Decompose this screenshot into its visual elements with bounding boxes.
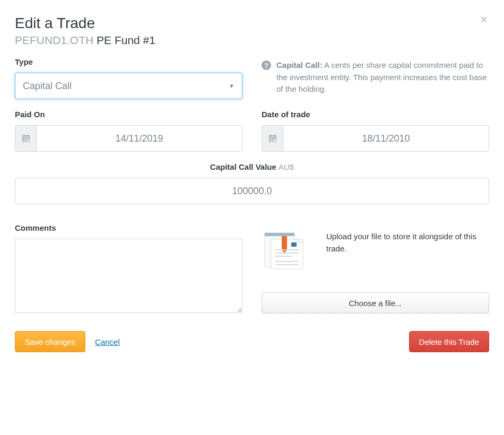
page-title: Edit a Trade	[15, 15, 489, 32]
svg-rect-6	[28, 138, 29, 140]
paid-on-label: Paid On	[15, 110, 242, 119]
comments-label: Comments	[15, 223, 242, 232]
comments-input[interactable]	[15, 239, 242, 313]
capital-call-value-input[interactable]	[15, 178, 489, 204]
svg-rect-17	[272, 140, 273, 141]
svg-rect-16	[270, 140, 271, 141]
trade-date-input[interactable]	[283, 125, 489, 152]
fund-symbol: PEFUND1.OTH	[15, 34, 93, 46]
svg-rect-15	[274, 138, 275, 140]
help-title: Capital Call:	[276, 60, 323, 69]
svg-rect-14	[272, 138, 273, 140]
paid-on-input[interactable]	[36, 125, 242, 152]
svg-rect-19	[265, 233, 294, 236]
calendar-icon[interactable]	[15, 125, 36, 152]
type-label: Type	[15, 57, 242, 66]
capital-call-value-currency: AU$	[279, 162, 294, 171]
close-icon[interactable]: ×	[480, 13, 487, 27]
capital-call-value-label-text: Capital Call Value	[210, 162, 276, 171]
help-text: Capital Call: A cents per share capital …	[276, 59, 489, 95]
svg-rect-4	[23, 138, 24, 140]
capital-call-value-label: Capital Call Value AU$	[15, 162, 489, 171]
choose-file-button[interactable]: Choose a file...	[262, 292, 489, 314]
type-select-value: Capital Call	[23, 81, 72, 92]
fund-name: PE Fund #1	[97, 34, 155, 46]
trade-date-label: Date of trade	[262, 110, 489, 119]
svg-rect-5	[25, 138, 27, 140]
delete-button[interactable]: Delete this Trade	[409, 331, 489, 352]
help-icon: ?	[262, 60, 271, 70]
save-button[interactable]: Save changes	[15, 331, 85, 352]
svg-rect-8	[25, 140, 27, 141]
svg-rect-13	[270, 138, 271, 140]
svg-rect-25	[291, 242, 297, 247]
upload-description: Upload your file to store it alongside o…	[326, 223, 489, 255]
cancel-link[interactable]: Cancel	[95, 337, 120, 346]
calendar-icon[interactable]	[262, 125, 283, 152]
svg-rect-7	[23, 140, 24, 141]
document-icon	[262, 223, 315, 271]
svg-rect-23	[282, 236, 287, 250]
chevron-down-icon: ▼	[229, 83, 234, 89]
subtitle: PEFUND1.OTH PE Fund #1	[15, 34, 489, 47]
type-select[interactable]: Capital Call ▼	[15, 73, 242, 99]
